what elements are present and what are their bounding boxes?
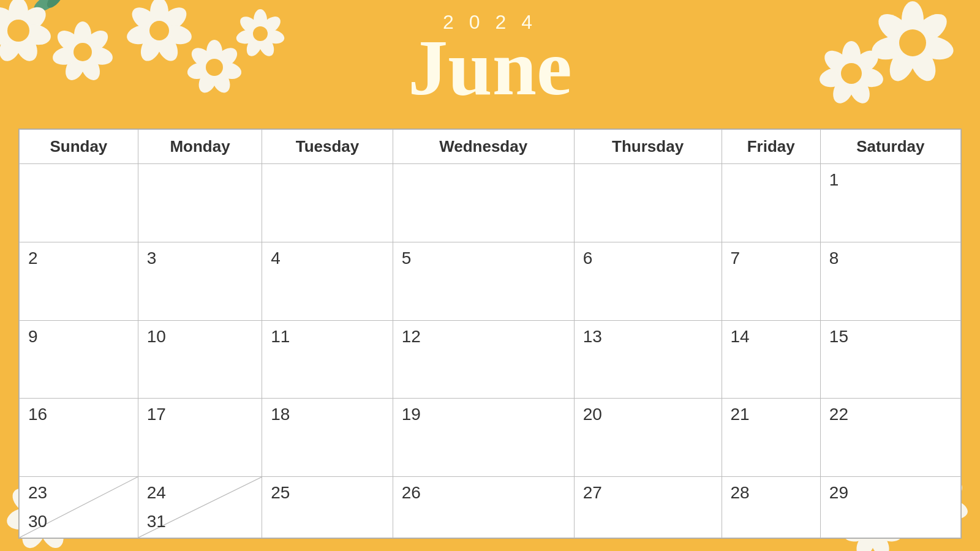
day-19: 19 bbox=[393, 399, 574, 477]
day-empty-2 bbox=[138, 164, 262, 242]
day-16: 16 bbox=[20, 399, 138, 477]
month-label: June bbox=[0, 28, 980, 107]
day-12: 12 bbox=[393, 320, 574, 399]
week-row-2: 2 3 4 5 6 7 8 bbox=[20, 242, 961, 320]
day-11: 11 bbox=[262, 320, 393, 399]
calendar-grid: Sunday Monday Tuesday Wednesday Thursday… bbox=[18, 129, 962, 539]
day-22: 22 bbox=[820, 399, 960, 477]
header-sunday: Sunday bbox=[20, 130, 138, 164]
day-26: 26 bbox=[393, 477, 574, 538]
header-tuesday: Tuesday bbox=[262, 130, 393, 164]
day-2: 2 bbox=[20, 242, 138, 320]
calendar-header: 2 0 2 4 June bbox=[0, 0, 980, 107]
day-28: 28 bbox=[722, 477, 820, 538]
day-17: 17 bbox=[138, 399, 262, 477]
day-empty-4 bbox=[393, 164, 574, 242]
day-empty-5 bbox=[574, 164, 722, 242]
day-8: 8 bbox=[820, 242, 960, 320]
day-5: 5 bbox=[393, 242, 574, 320]
day-25: 25 bbox=[262, 477, 393, 538]
day-9: 9 bbox=[20, 320, 138, 399]
day-6: 6 bbox=[574, 242, 722, 320]
day-10: 10 bbox=[138, 320, 262, 399]
header-saturday: Saturday bbox=[820, 130, 960, 164]
header-thursday: Thursday bbox=[574, 130, 722, 164]
day-31: 31 bbox=[147, 512, 166, 531]
week-row-5: 23 30 24 31 25 26 27 28 29 bbox=[20, 477, 961, 538]
day-empty-1 bbox=[20, 164, 138, 242]
days-header-row: Sunday Monday Tuesday Wednesday Thursday… bbox=[20, 130, 961, 164]
day-empty-6 bbox=[722, 164, 820, 242]
day-4: 4 bbox=[262, 242, 393, 320]
week-row-1: 1 bbox=[20, 164, 961, 242]
day-23: 23 bbox=[28, 483, 47, 503]
week-row-3: 9 10 11 12 13 14 15 bbox=[20, 320, 961, 399]
day-14: 14 bbox=[722, 320, 820, 399]
day-1: 1 bbox=[820, 164, 960, 242]
day-7: 7 bbox=[722, 242, 820, 320]
header-wednesday: Wednesday bbox=[393, 130, 574, 164]
calendar-table: Sunday Monday Tuesday Wednesday Thursday… bbox=[19, 129, 961, 538]
day-27: 27 bbox=[574, 477, 722, 538]
day-24: 24 bbox=[147, 483, 166, 503]
day-21: 21 bbox=[722, 399, 820, 477]
week-row-4: 16 17 18 19 20 21 22 bbox=[20, 399, 961, 477]
day-13: 13 bbox=[574, 320, 722, 399]
header-friday: Friday bbox=[722, 130, 820, 164]
day-24-31: 24 31 bbox=[138, 477, 262, 538]
day-3: 3 bbox=[138, 242, 262, 320]
header-monday: Monday bbox=[138, 130, 262, 164]
day-empty-3 bbox=[262, 164, 393, 242]
day-23-30: 23 30 bbox=[20, 477, 138, 538]
day-18: 18 bbox=[262, 399, 393, 477]
day-20: 20 bbox=[574, 399, 722, 477]
day-29: 29 bbox=[820, 477, 960, 538]
day-15: 15 bbox=[820, 320, 960, 399]
day-30: 30 bbox=[28, 512, 47, 531]
page-background: 2 0 2 4 June Sunday Monday Tuesday Wedne… bbox=[0, 0, 980, 551]
